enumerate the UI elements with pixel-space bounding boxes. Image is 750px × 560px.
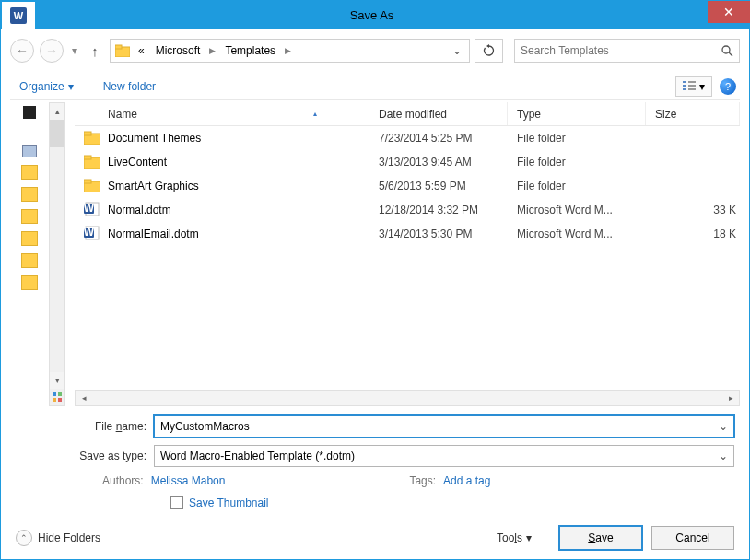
nav-tree[interactable] [10, 102, 49, 406]
window-title: Save As [36, 8, 708, 22]
svg-rect-13 [58, 398, 62, 402]
scroll-down-button[interactable]: ▾ [50, 372, 64, 389]
svg-rect-19 [84, 180, 91, 183]
svg-rect-8 [688, 85, 696, 87]
file-row[interactable]: SmartArt Graphics5/6/2013 5:59 PMFile fo… [75, 174, 740, 198]
column-name-label: Name [108, 108, 137, 121]
hide-folders-button[interactable]: ⌃ Hide Folders [16, 530, 100, 546]
chevron-down-icon: ▾ [699, 80, 705, 93]
organize-button[interactable]: Organize ▾ [14, 76, 79, 97]
saveastype-field[interactable]: Word Macro-Enabled Template (*.dotm) ⌄ [154, 445, 734, 467]
view-options-button[interactable]: ▾ [675, 76, 712, 97]
address-bar[interactable]: « Microsoft ▶ Templates ▶ ⌄ [110, 39, 470, 63]
tree-item-folder[interactable] [21, 253, 38, 268]
save-button[interactable]: Save [559, 526, 642, 550]
filename-field[interactable]: ⌄ [154, 415, 734, 438]
app-icon-slot: W [1, 1, 36, 29]
svg-rect-5 [683, 85, 686, 87]
sort-indicator-icon: ▴ [313, 110, 317, 118]
up-button[interactable]: ↑ [86, 40, 104, 62]
tags-label: Tags: [409, 474, 436, 487]
tags-value[interactable]: Add a tag [443, 474, 490, 487]
file-row[interactable]: WNormal.dotm12/18/2014 3:32 PMMicrosoft … [75, 198, 740, 222]
navigation-pane: ▴ ▾ [10, 102, 75, 406]
file-list[interactable]: Document Themes7/23/2014 5:25 PMFile fol… [75, 126, 740, 390]
tools-label: Tools [497, 531, 522, 544]
file-name: Document Themes [108, 132, 379, 145]
column-header-size[interactable]: Size [646, 102, 740, 125]
crumb-microsoft[interactable]: Microsoft [152, 42, 205, 59]
svg-point-2 [722, 46, 730, 53]
column-header-type[interactable]: Type [508, 102, 646, 125]
forward-button[interactable]: → [40, 39, 64, 63]
horizontal-scrollbar[interactable]: ◂ ▸ [75, 390, 740, 406]
scroll-up-button[interactable]: ▴ [50, 103, 64, 120]
filename-dropdown[interactable]: ⌄ [719, 420, 728, 433]
search-icon[interactable] [721, 44, 733, 57]
file-date: 3/13/2013 9:45 AM [379, 156, 517, 169]
file-row[interactable]: LiveContent3/13/2013 9:45 AMFile folder [75, 150, 740, 174]
folder-icon [84, 178, 102, 194]
file-date: 5/6/2013 5:59 PM [379, 180, 517, 192]
tree-item-folder[interactable] [21, 165, 38, 180]
search-box[interactable] [514, 39, 740, 63]
organize-label: Organize [19, 80, 64, 93]
file-name: SmartArt Graphics [108, 180, 379, 192]
filename-label: File name: [16, 420, 154, 433]
refresh-button[interactable] [475, 39, 503, 63]
crumb-prefix[interactable]: « [135, 42, 148, 59]
tree-item-folder[interactable] [21, 187, 38, 202]
tree-item-folder[interactable] [21, 275, 38, 290]
file-size: 33 K [655, 204, 740, 216]
nav-row: ← → ▾ ↑ « Microsoft ▶ Templates ▶ ⌄ [10, 36, 740, 65]
tree-item-computer[interactable] [22, 145, 37, 158]
cancel-button[interactable]: Cancel [651, 526, 734, 550]
save-thumbnail-label[interactable]: Save Thumbnail [189, 496, 269, 509]
authors-label: Authors: [102, 474, 144, 487]
authors-value[interactable]: Melissa Mabon [151, 474, 226, 487]
tree-item[interactable] [23, 106, 36, 119]
close-button[interactable]: ✕ [708, 1, 750, 23]
file-type: File folder [517, 180, 655, 192]
scroll-left-button[interactable]: ◂ [76, 391, 92, 405]
help-button[interactable]: ? [720, 78, 736, 95]
crumb-templates[interactable]: Templates [221, 42, 279, 59]
svg-rect-12 [53, 398, 56, 402]
filename-input[interactable] [160, 420, 719, 433]
folder-icon [84, 130, 102, 146]
save-as-dialog: W Save As ✕ ← → ▾ ↑ « Microsoft ▶ Templa… [0, 0, 750, 560]
svg-line-3 [729, 52, 732, 56]
chevron-right-icon[interactable]: ▶ [207, 46, 217, 55]
file-name: NormalEmail.dotm [108, 228, 379, 240]
file-size: 18 K [655, 228, 740, 240]
chevron-right-icon[interactable]: ▶ [283, 46, 293, 55]
scroll-right-button[interactable]: ▸ [722, 391, 739, 405]
column-header-name[interactable]: Name ▴ [75, 102, 369, 125]
tree-item-folder[interactable] [21, 209, 38, 224]
saveastype-dropdown[interactable]: ⌄ [719, 449, 728, 462]
save-thumbnail-checkbox[interactable] [170, 496, 183, 509]
tree-bottom-icon [50, 389, 64, 405]
saveastype-value: Word Macro-Enabled Template (*.dotm) [160, 449, 719, 462]
word-file-icon: W [84, 226, 102, 242]
search-input[interactable] [521, 44, 721, 57]
svg-rect-17 [84, 156, 91, 159]
column-header-date[interactable]: Date modified [369, 102, 508, 125]
file-date: 3/14/2013 5:30 PM [379, 228, 517, 240]
new-folder-button[interactable]: New folder [98, 76, 161, 97]
middle-pane: ▴ ▾ Name ▴ [10, 102, 740, 406]
file-type: File folder [517, 156, 655, 169]
address-dropdown[interactable]: ⌄ [449, 44, 465, 57]
scroll-thumb[interactable] [50, 120, 64, 147]
file-row[interactable]: Document Themes7/23/2014 5:25 PMFile fol… [75, 126, 740, 150]
file-list-header: Name ▴ Date modified Type Size [75, 102, 740, 126]
word-file-icon: W [84, 202, 102, 218]
back-button[interactable]: ← [10, 39, 34, 63]
file-type: Microsoft Word M... [517, 228, 655, 240]
tree-item-folder[interactable] [21, 231, 38, 246]
nav-scrollbar[interactable]: ▴ ▾ [49, 102, 65, 406]
history-dropdown[interactable]: ▾ [69, 44, 80, 57]
tools-button[interactable]: Tools ▾ [497, 531, 532, 544]
word-icon: W [10, 7, 27, 24]
file-row[interactable]: WNormalEmail.dotm3/14/2013 5:30 PMMicros… [75, 222, 740, 246]
